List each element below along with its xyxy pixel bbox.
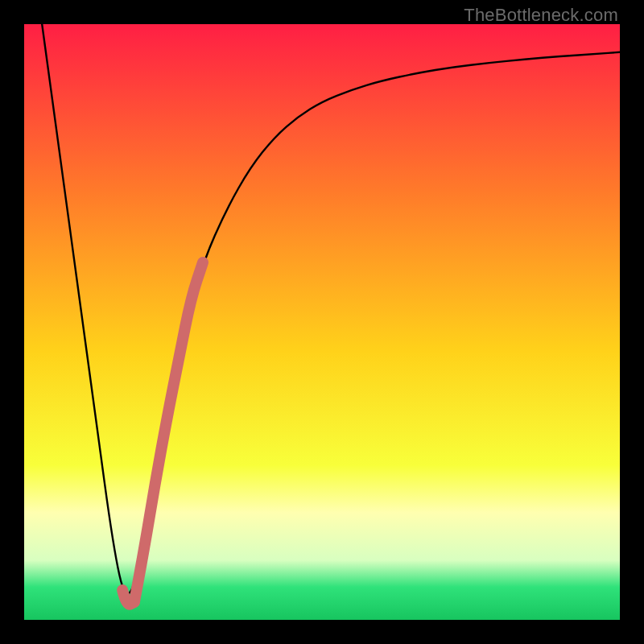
chart-frame: TheBottleneck.com — [0, 0, 644, 644]
plot-area — [24, 24, 620, 620]
bottleneck-curve — [42, 24, 620, 594]
watermark-text: TheBottleneck.com — [464, 5, 618, 26]
highlight-segment — [134, 262, 203, 602]
curve-layer — [24, 24, 620, 620]
